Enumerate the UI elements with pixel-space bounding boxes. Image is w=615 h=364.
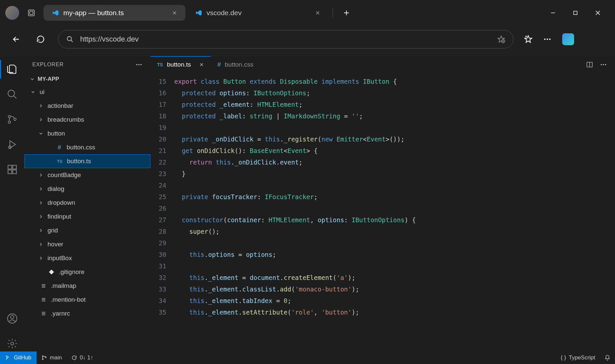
status-sync[interactable]: 0↓ 1↑: [67, 354, 98, 361]
tree-file[interactable]: .gitignore: [24, 265, 150, 279]
browser-toolbar: https://vscode.dev: [0, 26, 615, 53]
statusbar: GitHub main 0↓ 1↑ { } TypeScript: [0, 351, 615, 364]
svg-point-8: [8, 90, 15, 97]
chevron-icon: [38, 256, 44, 261]
browser-titlebar: my-app — button.ts vscode.dev: [0, 0, 615, 26]
tree-item-label: dialog: [48, 185, 64, 193]
activity-bar: [0, 56, 24, 351]
minimize-button[interactable]: [548, 8, 558, 18]
close-icon[interactable]: [172, 10, 178, 16]
activity-settings[interactable]: [4, 336, 20, 351]
status-branch[interactable]: main: [37, 354, 67, 361]
profile-avatar[interactable]: [5, 6, 19, 20]
status-language[interactable]: { } TypeScript: [556, 354, 600, 361]
address-url: https://vscode.dev: [80, 35, 139, 44]
svg-point-19: [11, 342, 14, 345]
tree-file[interactable]: .yarnrc: [24, 307, 150, 320]
svg-rect-14: [13, 165, 16, 169]
tree-item-label: .mailmap: [51, 282, 76, 289]
tree-folder[interactable]: findinput: [24, 210, 150, 224]
tree-folder[interactable]: breadcrumbs: [24, 113, 150, 127]
split-editor-icon[interactable]: [586, 61, 593, 68]
svg-rect-1: [30, 11, 33, 15]
tree-folder[interactable]: button: [24, 127, 150, 140]
sidebar: EXPLORER MY-APP uiactionbarbreadcrumbsbu…: [24, 56, 150, 351]
tree-item-label: ui: [40, 88, 45, 96]
ts-icon: TS: [157, 62, 163, 67]
svg-rect-13: [8, 165, 12, 169]
tree-item-label: countBadge: [48, 171, 81, 179]
tree-folder[interactable]: countBadge: [24, 168, 150, 182]
new-tab-button[interactable]: [340, 6, 353, 20]
tree-item-label: hover: [48, 241, 63, 248]
close-icon[interactable]: [315, 10, 321, 16]
close-window-button[interactable]: [593, 8, 603, 18]
status-notifications[interactable]: [600, 355, 615, 361]
tree-folder[interactable]: inputBox: [24, 251, 150, 265]
search-icon: [66, 36, 74, 43]
workspaces-icon[interactable]: [24, 6, 38, 20]
activity-debug[interactable]: [4, 136, 20, 152]
activity-extensions[interactable]: [4, 162, 20, 177]
tree-item-label: button.css: [67, 144, 95, 151]
activity-source-control[interactable]: [4, 111, 20, 127]
tree-folder[interactable]: dialog: [24, 182, 150, 196]
browser-tab[interactable]: vscode.dev: [187, 5, 329, 21]
tree-file[interactable]: .mention-bot: [24, 293, 150, 307]
editor-body[interactable]: 1516171819202122232425262728293031323334…: [150, 73, 615, 351]
copilot-icon[interactable]: [562, 33, 574, 45]
tree-item-label: inputBox: [48, 255, 72, 262]
more-icon[interactable]: [135, 61, 143, 68]
tree-file[interactable]: .mailmap: [24, 279, 150, 293]
tree-item-label: breadcrumbs: [48, 116, 84, 123]
tree-folder[interactable]: grid: [24, 224, 150, 237]
file-icon: TS: [56, 159, 64, 164]
address-bar[interactable]: https://vscode.dev: [58, 30, 513, 48]
sidebar-project-header[interactable]: MY-APP: [24, 73, 150, 85]
browser-toolbar-icons: [524, 33, 574, 45]
activity-search[interactable]: [4, 86, 20, 102]
browser-tab-active[interactable]: my-app — button.ts: [44, 5, 185, 21]
braces-icon: { }: [561, 354, 566, 361]
status-github[interactable]: GitHub: [0, 351, 37, 364]
more-icon[interactable]: [543, 35, 552, 44]
tree-item-label: button.ts: [67, 158, 91, 165]
editor-tab-active[interactable]: TS button.ts: [150, 56, 211, 73]
back-button[interactable]: [9, 32, 23, 46]
line-gutter: 1516171819202122232425262728293031323334…: [150, 73, 174, 351]
tree-folder[interactable]: hover: [24, 237, 150, 251]
editor-tab[interactable]: # button.css: [211, 56, 260, 73]
chevron-down-icon: [30, 76, 35, 82]
svg-point-9: [8, 115, 10, 118]
refresh-button[interactable]: [34, 32, 48, 46]
window-controls: [548, 8, 610, 18]
tree-folder[interactable]: actionbar: [24, 99, 150, 113]
svg-point-3: [67, 37, 72, 41]
svg-point-24: [601, 64, 602, 65]
svg-point-25: [603, 64, 604, 65]
tree-folder[interactable]: ui: [24, 85, 150, 99]
svg-point-27: [42, 356, 43, 357]
file-icon: #: [55, 144, 63, 151]
svg-rect-0: [28, 10, 34, 16]
activity-account[interactable]: [4, 311, 20, 326]
more-icon[interactable]: [600, 61, 607, 68]
favorite-icon[interactable]: [497, 35, 505, 43]
activity-explorer[interactable]: [4, 61, 20, 77]
tree-file[interactable]: TSbutton.ts: [24, 154, 150, 168]
sync-text: 0↓ 1↑: [80, 354, 93, 361]
maximize-button[interactable]: [570, 8, 581, 18]
tree-folder[interactable]: dropdown: [24, 196, 150, 210]
svg-point-7: [549, 39, 550, 40]
sidebar-title: EXPLORER: [32, 62, 64, 68]
svg-rect-2: [574, 11, 577, 15]
tree-file[interactable]: #button.css: [24, 140, 150, 154]
close-icon[interactable]: [199, 62, 204, 67]
hash-icon: #: [217, 61, 221, 68]
favorites-icon[interactable]: [524, 35, 533, 44]
code-content[interactable]: export class Button extends Disposable i…: [174, 73, 615, 351]
status-github-label: GitHub: [14, 354, 31, 361]
project-name: MY-APP: [38, 76, 59, 82]
svg-point-18: [11, 316, 14, 319]
tree-item-label: .gitignore: [59, 268, 84, 276]
